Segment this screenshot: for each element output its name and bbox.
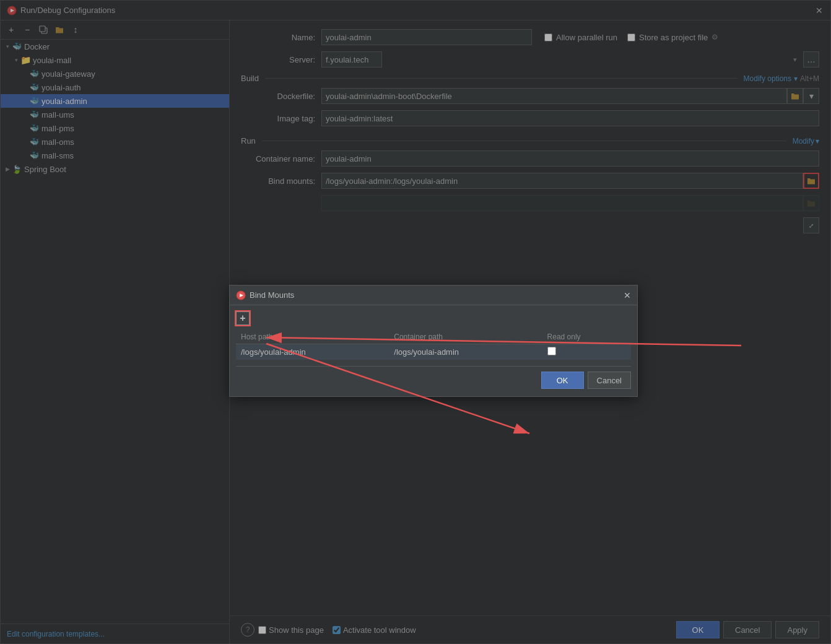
bind-mounts-cancel-button[interactable]: Cancel (588, 372, 631, 389)
col-container-path: Container path (389, 330, 542, 344)
bind-mounts-close-icon[interactable]: ✕ (624, 290, 631, 300)
bind-mounts-footer: OK Cancel (236, 366, 631, 390)
col-read-only: Read only (542, 330, 631, 344)
bind-mounts-body: + Host path Container path Read only /lo… (230, 305, 637, 396)
container-path-cell-0: /logs/youlai-admin (389, 344, 542, 360)
bind-mounts-dialog: Bind Mounts ✕ + Host path Container path… (229, 285, 638, 397)
bind-mounts-toolbar: + (236, 311, 631, 325)
bind-mounts-title-bar: Bind Mounts ✕ (230, 285, 637, 305)
host-path-cell-0: /logs/youlai-admin (236, 344, 389, 360)
read-only-checkbox-0[interactable] (547, 347, 556, 355)
col-host-path: Host path (236, 330, 389, 344)
read-only-cell-0 (542, 344, 631, 360)
bind-mounts-table: Host path Container path Read only /logs… (236, 330, 631, 360)
bind-mounts-add-button[interactable]: + (236, 311, 250, 325)
bind-mounts-title: Bind Mounts (250, 290, 624, 300)
bind-mounts-ok-button[interactable]: OK (541, 372, 584, 389)
bind-mounts-row-0[interactable]: /logs/youlai-admin /logs/youlai-admin (236, 344, 631, 360)
bind-mounts-dialog-icon (236, 290, 246, 300)
